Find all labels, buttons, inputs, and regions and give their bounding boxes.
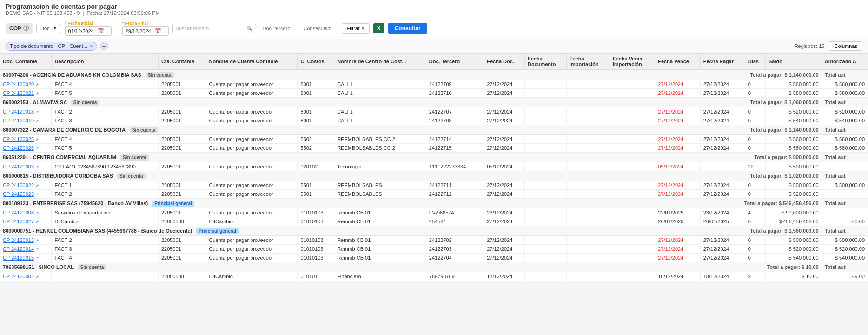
external-link-icon[interactable]: ↗: [35, 220, 39, 224]
doc-contable-link[interactable]: CP 24120013: [3, 237, 34, 243]
cell-cta-contable: 2205001: [158, 116, 206, 125]
cell-autorizado: $ 560,000.00: [822, 80, 868, 89]
external-link-icon[interactable]: ↗: [35, 256, 39, 261]
cell-c-costos: 8001: [298, 80, 334, 89]
cell-doc-contable: CP 24120020 ↗: [0, 80, 52, 89]
cell-nombre-centro: REEMBOLSABLES CC 2: [334, 135, 426, 144]
doc-contable-link[interactable]: CP 24120014: [3, 246, 34, 252]
doc-contable-link[interactable]: CP 24120018: [3, 109, 34, 114]
doc-contable-link[interactable]: CP 24120020: [3, 81, 34, 87]
doc-contable-link[interactable]: CP 24120023: [3, 191, 34, 197]
cell-dias: 9: [745, 272, 765, 281]
external-link-icon[interactable]: ↗: [35, 82, 39, 87]
cell-fecha-importacion: [566, 245, 610, 254]
cell-nombre-centro: Tecnologia: [334, 162, 426, 171]
group-badge: Sin cuenta: [71, 100, 99, 106]
filtrar-label: Filtrar: [347, 26, 360, 31]
cell-nombre-cuenta: Cuenta por pagar proveedor: [206, 245, 298, 254]
external-link-icon[interactable]: ↗: [35, 247, 39, 252]
col-cta-contable: Cta. Contable: [158, 54, 206, 70]
fecha-final-label: * Fecha Final: [122, 21, 169, 26]
cell-fecha-vence-imp: [610, 181, 655, 190]
cell-doc-contable: CP 24120002 ↗: [0, 272, 52, 281]
external-link-icon[interactable]: ↗: [35, 165, 39, 169]
doc-contable-link[interactable]: CP 24120019: [3, 118, 34, 123]
cell-fecha-vence: 27/12/2024: [655, 144, 700, 153]
doc-contable-link[interactable]: CP 24120022: [3, 182, 34, 188]
cell-fecha-vence: 05/12/2024: [655, 162, 700, 171]
cell-doc-contable: CP 24120021 ↗: [0, 89, 52, 98]
external-link-icon[interactable]: ↗: [35, 119, 39, 123]
cell-doc-contable: CP 24120013 ↗: [0, 236, 52, 245]
buscar-tercero-input[interactable]: Buscar tercero 🔍: [172, 24, 256, 34]
group-badge: Sin cuenta: [78, 264, 106, 270]
cell-nombre-cuenta: Cuenta por pagar proveedor: [206, 254, 298, 262]
cell-doc-tercero: 24122710: [426, 89, 484, 98]
cell-doc-tercero: FV-968574: [426, 208, 484, 217]
cell-fecha-vence: 18/12/2024: [655, 272, 700, 281]
cell-dias: 0: [745, 107, 765, 116]
doc-contable-link[interactable]: CP 24120003: [3, 164, 34, 169]
doc-contable-link[interactable]: CP 24120025: [3, 136, 34, 142]
doc-contable-link[interactable]: CP 24120015: [3, 255, 34, 261]
cell-fecha-documento: [524, 80, 566, 89]
cell-nombre-centro: Remmb CB 01: [334, 254, 426, 262]
cell-c-costos: 5502: [298, 144, 334, 153]
doc-contable-link[interactable]: CP 24120026: [3, 145, 34, 151]
excel-button[interactable]: X: [373, 23, 384, 34]
external-link-icon[interactable]: ↗: [35, 275, 39, 279]
external-link-icon[interactable]: ↗: [35, 91, 39, 96]
doc-contable-link[interactable]: CP 24120008: [3, 210, 34, 215]
cell-doc-contable: CP 24120019 ↗: [0, 116, 52, 125]
external-link-icon[interactable]: ↗: [35, 146, 39, 151]
doc-selector[interactable]: Doc. ▼: [36, 24, 61, 33]
external-link-icon[interactable]: ↗: [35, 211, 39, 215]
add-filter-button[interactable]: +: [100, 42, 108, 50]
cell-fecha-pagar: 18/12/2024: [700, 272, 745, 281]
table-row: CP 24120018 ↗ FACT 2 2205001 Cuenta por …: [0, 107, 868, 116]
header: Programacion de cuentas por pagar DEMO S…: [0, 0, 868, 18]
cell-c-costos: 8001: [298, 116, 334, 125]
cell-fecha-pagar: 27/12/2024: [700, 190, 745, 199]
calendar-icon[interactable]: 📅: [98, 28, 104, 34]
cell-fecha-importacion: [566, 272, 610, 281]
info-icon[interactable]: ⓘ: [23, 25, 29, 33]
filter-tags: Tipo de documento - CP - Cuent... × +: [6, 42, 108, 51]
doc-contable-link[interactable]: CP 24120021: [3, 90, 34, 96]
filter-icon: ▿: [362, 26, 364, 32]
filter-tag-label: Tipo de documento - CP - Cuent...: [10, 43, 87, 49]
company-info: DEMO SAS - NIT 85,133,458 - 9: [6, 10, 80, 16]
fecha-final-input[interactable]: 29/12/2024 📅: [122, 26, 169, 36]
cell-fecha-doc: 27/12/2024: [484, 254, 525, 262]
cell-dias: 0: [745, 217, 765, 226]
cell-nombre-centro: CALI 1: [334, 89, 426, 98]
group-total: Total a pagar: $ 1,140,000.00: [655, 70, 822, 80]
cell-c-costos: 5501: [298, 190, 334, 199]
calendar-icon2[interactable]: 📅: [155, 28, 161, 34]
doc-contable-link[interactable]: CP 24120027: [3, 219, 34, 224]
doc-tercero-input[interactable]: [260, 24, 297, 33]
cell-fecha-vence-imp: [610, 116, 655, 125]
external-link-icon[interactable]: ↗: [35, 238, 39, 243]
cell-fecha-vence-imp: [610, 107, 655, 116]
table-row: CP 24120014 ↗ FACT 3 2205001 Cuenta por …: [0, 245, 868, 254]
group-total: Total a pagar: $ 500,000.00: [655, 153, 822, 162]
col-c-costos: C. Costos: [298, 54, 334, 70]
external-link-icon[interactable]: ↗: [35, 192, 39, 197]
columns-button[interactable]: Columnas: [829, 41, 862, 51]
data-table: Doc. Contable Descripción Cta. Contable …: [0, 54, 868, 281]
filtrar-button[interactable]: Filtrar ▿: [342, 23, 370, 34]
fecha-inicial-input[interactable]: 01/12/2024 📅: [65, 26, 112, 36]
consecutivo-input[interactable]: [301, 24, 338, 33]
external-link-icon[interactable]: ↗: [35, 110, 39, 114]
external-link-icon[interactable]: ↗: [35, 137, 39, 142]
cell-autorizado: [822, 208, 868, 217]
external-link-icon[interactable]: ↗: [35, 183, 39, 188]
cell-doc-contable: CP 24120008 ↗: [0, 208, 52, 217]
cell-fecha-documento: [524, 272, 566, 281]
consultar-button[interactable]: Consultar: [388, 23, 427, 34]
doc-contable-link[interactable]: CP 24120002: [3, 274, 34, 279]
cell-autorizado: $ 520,000.00: [822, 245, 868, 254]
filter-tag-close[interactable]: ×: [89, 43, 93, 49]
cell-dias: 0: [745, 80, 765, 89]
